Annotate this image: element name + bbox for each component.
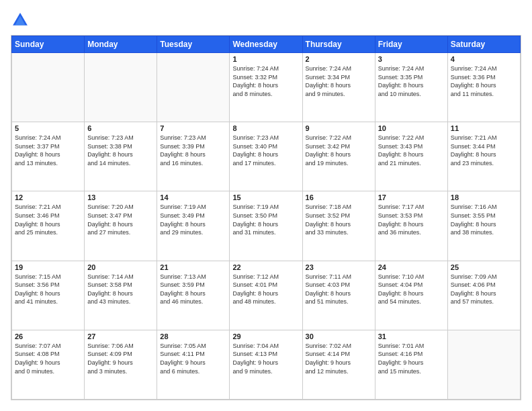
cell-date-number: 21 [160,263,226,271]
cell-info-text: Sunrise: 7:24 AM Sunset: 3:37 PM Dayligh… [15,134,81,167]
cell-info-text: Sunrise: 7:23 AM Sunset: 3:40 PM Dayligh… [232,134,299,167]
week-row-1: 5Sunrise: 7:24 AM Sunset: 3:37 PM Daylig… [12,122,521,191]
cell-date-number: 1 [232,55,299,63]
page: SundayMondayTuesdayWednesdayThursdayFrid… [0,0,532,411]
cell-info-text: Sunrise: 7:17 AM Sunset: 3:53 PM Dayligh… [378,203,445,236]
calendar-cell: 6Sunrise: 7:23 AM Sunset: 3:38 PM Daylig… [85,122,157,191]
cell-info-text: Sunrise: 7:24 AM Sunset: 3:34 PM Dayligh… [306,64,372,98]
calendar-table: SundayMondayTuesdayWednesdayThursdayFrid… [11,36,521,400]
cell-date-number: 23 [306,263,372,271]
cell-date-number: 24 [378,263,445,271]
weekday-header-friday: Friday [375,36,447,53]
calendar-cell: 30Sunrise: 7:02 AM Sunset: 4:14 PM Dayli… [302,330,375,399]
calendar-cell: 31Sunrise: 7:01 AM Sunset: 4:16 PM Dayli… [375,330,447,399]
calendar-cell [12,53,85,122]
week-row-2: 12Sunrise: 7:21 AM Sunset: 3:46 PM Dayli… [12,191,521,261]
calendar-cell: 18Sunrise: 7:16 AM Sunset: 3:55 PM Dayli… [447,191,520,261]
weekday-row: SundayMondayTuesdayWednesdayThursdayFrid… [12,36,521,53]
cell-info-text: Sunrise: 7:18 AM Sunset: 3:52 PM Dayligh… [306,203,372,236]
cell-date-number: 18 [451,193,517,201]
cell-date-number: 17 [378,193,445,201]
cell-date-number: 30 [306,332,372,340]
cell-info-text: Sunrise: 7:21 AM Sunset: 3:46 PM Dayligh… [15,203,81,236]
header [11,11,521,30]
logo [11,11,32,30]
weekday-header-wednesday: Wednesday [230,36,302,53]
calendar-cell: 19Sunrise: 7:15 AM Sunset: 3:56 PM Dayli… [12,261,85,330]
cell-info-text: Sunrise: 7:24 AM Sunset: 3:36 PM Dayligh… [451,64,517,98]
calendar-cell: 11Sunrise: 7:21 AM Sunset: 3:44 PM Dayli… [447,122,520,191]
calendar-cell: 27Sunrise: 7:06 AM Sunset: 4:09 PM Dayli… [85,330,157,399]
calendar-cell: 9Sunrise: 7:22 AM Sunset: 3:42 PM Daylig… [302,122,375,191]
cell-date-number: 12 [15,193,81,201]
cell-info-text: Sunrise: 7:12 AM Sunset: 4:01 PM Dayligh… [232,273,299,306]
cell-date-number: 20 [87,263,154,271]
weekday-header-sunday: Sunday [12,36,85,53]
calendar-cell: 13Sunrise: 7:20 AM Sunset: 3:47 PM Dayli… [85,191,157,261]
cell-info-text: Sunrise: 7:24 AM Sunset: 3:32 PM Dayligh… [232,64,299,98]
cell-info-text: Sunrise: 7:16 AM Sunset: 3:55 PM Dayligh… [451,203,517,236]
calendar-cell: 25Sunrise: 7:09 AM Sunset: 4:06 PM Dayli… [447,261,520,330]
cell-info-text: Sunrise: 7:07 AM Sunset: 4:08 PM Dayligh… [15,342,81,375]
weekday-header-tuesday: Tuesday [157,36,230,53]
cell-info-text: Sunrise: 7:13 AM Sunset: 3:59 PM Dayligh… [160,273,226,306]
logo-icon [11,11,30,30]
cell-info-text: Sunrise: 7:06 AM Sunset: 4:09 PM Dayligh… [87,342,154,375]
calendar-cell: 21Sunrise: 7:13 AM Sunset: 3:59 PM Dayli… [157,261,230,330]
cell-info-text: Sunrise: 7:19 AM Sunset: 3:49 PM Dayligh… [160,203,226,236]
cell-info-text: Sunrise: 7:21 AM Sunset: 3:44 PM Dayligh… [451,134,517,167]
cell-info-text: Sunrise: 7:20 AM Sunset: 3:47 PM Dayligh… [87,203,154,236]
cell-date-number: 7 [160,124,226,132]
cell-date-number: 5 [15,124,81,132]
calendar-cell: 3Sunrise: 7:24 AM Sunset: 3:35 PM Daylig… [375,53,447,122]
calendar-cell: 12Sunrise: 7:21 AM Sunset: 3:46 PM Dayli… [12,191,85,261]
cell-date-number: 22 [232,263,299,271]
calendar-cell: 8Sunrise: 7:23 AM Sunset: 3:40 PM Daylig… [230,122,302,191]
calendar: SundayMondayTuesdayWednesdayThursdayFrid… [11,35,521,400]
cell-info-text: Sunrise: 7:24 AM Sunset: 3:35 PM Dayligh… [378,64,445,98]
cell-info-text: Sunrise: 7:04 AM Sunset: 4:13 PM Dayligh… [232,342,299,375]
cell-info-text: Sunrise: 7:11 AM Sunset: 4:03 PM Dayligh… [306,273,372,306]
calendar-cell: 7Sunrise: 7:23 AM Sunset: 3:39 PM Daylig… [157,122,230,191]
calendar-cell: 14Sunrise: 7:19 AM Sunset: 3:49 PM Dayli… [157,191,230,261]
cell-date-number: 3 [378,55,445,63]
calendar-header: SundayMondayTuesdayWednesdayThursdayFrid… [12,36,521,53]
cell-info-text: Sunrise: 7:22 AM Sunset: 3:43 PM Dayligh… [378,134,445,167]
cell-info-text: Sunrise: 7:23 AM Sunset: 3:39 PM Dayligh… [160,134,226,167]
calendar-cell [447,330,520,399]
cell-date-number: 13 [87,193,154,201]
cell-date-number: 9 [306,124,372,132]
cell-info-text: Sunrise: 7:10 AM Sunset: 4:04 PM Dayligh… [378,273,445,306]
calendar-cell: 28Sunrise: 7:05 AM Sunset: 4:11 PM Dayli… [157,330,230,399]
cell-date-number: 28 [160,332,226,340]
calendar-cell: 2Sunrise: 7:24 AM Sunset: 3:34 PM Daylig… [302,53,375,122]
calendar-cell: 29Sunrise: 7:04 AM Sunset: 4:13 PM Dayli… [230,330,302,399]
calendar-cell [85,53,157,122]
cell-info-text: Sunrise: 7:23 AM Sunset: 3:38 PM Dayligh… [87,134,154,167]
cell-info-text: Sunrise: 7:14 AM Sunset: 3:58 PM Dayligh… [87,273,154,306]
cell-date-number: 31 [378,332,445,340]
cell-info-text: Sunrise: 7:05 AM Sunset: 4:11 PM Dayligh… [160,342,226,375]
cell-date-number: 29 [232,332,299,340]
cell-info-text: Sunrise: 7:19 AM Sunset: 3:50 PM Dayligh… [232,203,299,236]
cell-date-number: 25 [451,263,517,271]
cell-date-number: 8 [232,124,299,132]
weekday-header-thursday: Thursday [302,36,375,53]
calendar-cell [157,53,230,122]
week-row-4: 26Sunrise: 7:07 AM Sunset: 4:08 PM Dayli… [12,330,521,399]
calendar-cell: 10Sunrise: 7:22 AM Sunset: 3:43 PM Dayli… [375,122,447,191]
calendar-cell: 4Sunrise: 7:24 AM Sunset: 3:36 PM Daylig… [447,53,520,122]
calendar-cell: 5Sunrise: 7:24 AM Sunset: 3:37 PM Daylig… [12,122,85,191]
cell-date-number: 11 [451,124,517,132]
cell-date-number: 15 [232,193,299,201]
calendar-body: 1Sunrise: 7:24 AM Sunset: 3:32 PM Daylig… [12,53,521,400]
week-row-0: 1Sunrise: 7:24 AM Sunset: 3:32 PM Daylig… [12,53,521,122]
cell-date-number: 10 [378,124,445,132]
calendar-cell: 16Sunrise: 7:18 AM Sunset: 3:52 PM Dayli… [302,191,375,261]
calendar-cell: 22Sunrise: 7:12 AM Sunset: 4:01 PM Dayli… [230,261,302,330]
cell-info-text: Sunrise: 7:02 AM Sunset: 4:14 PM Dayligh… [306,342,372,375]
cell-date-number: 19 [15,263,81,271]
calendar-cell: 24Sunrise: 7:10 AM Sunset: 4:04 PM Dayli… [375,261,447,330]
weekday-header-saturday: Saturday [447,36,520,53]
cell-date-number: 14 [160,193,226,201]
